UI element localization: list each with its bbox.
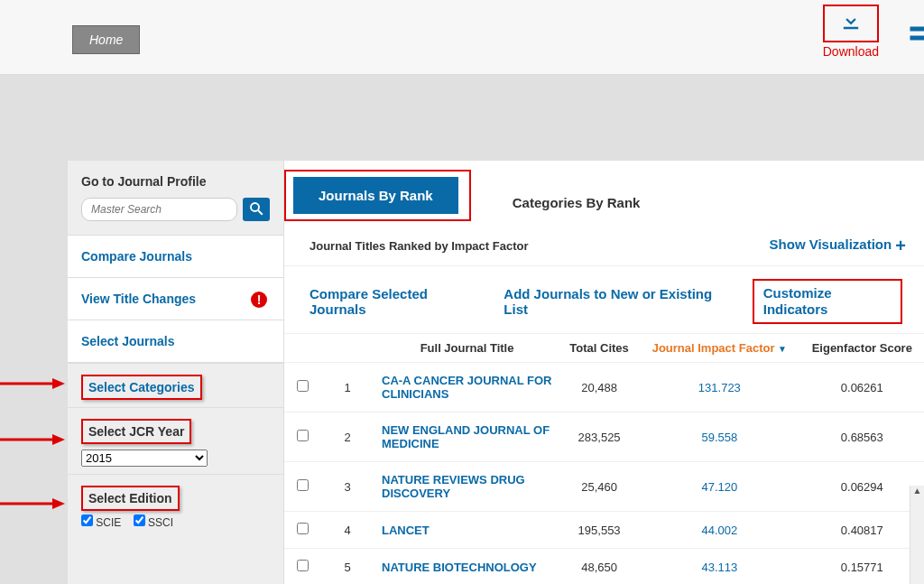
svg-marker-7: [52, 498, 65, 509]
row-cites: 20,488: [559, 363, 639, 413]
jcr-year-select[interactable]: 2015: [81, 450, 208, 467]
view-title-changes-link: View Title Changes: [81, 292, 270, 306]
content-wrap: Go to Journal Profile Compare Journals V…: [68, 161, 924, 584]
main-panel: Journals By Rank Categories By Rank Jour…: [284, 161, 924, 584]
row-checkbox[interactable]: [297, 560, 309, 571]
sidebar-item-select-categories[interactable]: Select Categories: [68, 363, 283, 407]
row-cites: 48,650: [559, 549, 639, 585]
row-rank: 3: [320, 462, 374, 512]
add-to-list-link[interactable]: Add Journals to New or Existing List: [504, 286, 725, 317]
sidebar: Go to Journal Profile Compare Journals V…: [68, 161, 284, 584]
table-row: 3NATURE REVIEWS DRUG DISCOVERY25,46047.1…: [284, 462, 924, 512]
compare-selected-link[interactable]: Compare Selected Journals: [310, 286, 476, 317]
row-rank: 4: [320, 512, 374, 549]
row-eigen: 0.06261: [800, 363, 924, 413]
table-row: 4LANCET195,55344.0020.40817: [284, 512, 924, 549]
arrow-callout-icon: [0, 431, 65, 451]
select-categories-highlight: Select Categories: [81, 375, 202, 400]
edition-checkboxes: SCIE SSCI: [81, 514, 270, 529]
row-checkbox[interactable]: [297, 380, 309, 392]
row-jif[interactable]: 44.002: [639, 512, 800, 549]
col-cites[interactable]: Total Cites: [559, 334, 639, 363]
alert-icon: !: [251, 292, 267, 308]
row-jif[interactable]: 59.558: [639, 413, 800, 462]
col-select: [284, 334, 320, 363]
row-title[interactable]: CA-A CANCER JOURNAL FOR CLINICIANS: [374, 363, 559, 413]
sidebar-item-select-journals[interactable]: Select Journals: [68, 320, 283, 363]
download-label: Download: [823, 44, 879, 59]
scie-checkbox[interactable]: [81, 514, 93, 526]
col-eigen[interactable]: Eigenfactor Score: [800, 334, 924, 363]
scroll-up-icon: ▲: [910, 486, 924, 496]
sort-desc-icon: ▼: [778, 344, 787, 354]
search-button[interactable]: [243, 198, 270, 221]
row-rank: 1: [320, 363, 374, 413]
search-icon: [248, 200, 264, 219]
arrow-callout-icon: [0, 375, 65, 395]
row-checkbox[interactable]: [297, 523, 309, 534]
sidebar-item-compare[interactable]: Compare Journals: [68, 236, 283, 278]
row-title[interactable]: NATURE REVIEWS DRUG DISCOVERY: [374, 462, 559, 512]
svg-marker-5: [52, 434, 65, 445]
subheader: Journal Titles Ranked by Impact Factor S…: [284, 221, 924, 266]
col-jif[interactable]: Journal Impact Factor ▼: [639, 334, 800, 363]
sidebar-item-select-year: Select JCR Year 2015: [68, 407, 283, 474]
ranking-subtitle: Journal Titles Ranked by Impact Factor: [310, 239, 529, 253]
sidebar-item-title-changes[interactable]: View Title Changes !: [68, 278, 283, 320]
row-cites: 25,460: [559, 462, 639, 512]
search-row: [81, 198, 270, 221]
select-year-label: Select JCR Year: [88, 424, 184, 439]
show-visualization-link[interactable]: Show Visualization +: [770, 236, 906, 256]
row-eigen: 0.68563: [800, 413, 924, 462]
header-bar: Home Download: [0, 0, 924, 75]
select-edition-label: Select Edition: [88, 491, 172, 505]
go-to-profile-block: Go to Journal Profile: [68, 161, 283, 236]
select-journals-link: Select Journals: [81, 334, 270, 348]
row-eigen: 0.06294: [800, 462, 924, 512]
journals-tab-highlight: Journals By Rank: [284, 170, 471, 221]
journal-table: Full Journal Title Total Cites Journal I…: [284, 334, 924, 584]
download-icon[interactable]: [838, 22, 864, 37]
table-row: 1CA-A CANCER JOURNAL FOR CLINICIANS20,48…: [284, 363, 924, 413]
select-year-highlight: Select JCR Year: [81, 419, 191, 444]
row-title[interactable]: LANCET: [374, 512, 559, 549]
svg-marker-3: [52, 378, 65, 389]
customize-indicators-link[interactable]: Customize Indicators: [763, 285, 832, 317]
table-row: 5NATURE BIOTECHNOLOGY48,65043.1130.15771: [284, 549, 924, 585]
col-title[interactable]: Full Journal Title: [374, 334, 559, 363]
tab-categories-by-rank[interactable]: Categories By Rank: [487, 184, 666, 221]
table-header-row: Full Journal Title Total Cites Journal I…: [284, 334, 924, 363]
scrollbar[interactable]: ▲: [910, 486, 924, 584]
table-row: 2NEW ENGLAND JOURNAL OF MEDICINE283,5255…: [284, 413, 924, 462]
compare-journals-link: Compare Journals: [81, 249, 270, 264]
ssci-checkbox[interactable]: [134, 514, 145, 526]
col-rank: [320, 334, 374, 363]
row-checkbox[interactable]: [297, 479, 309, 491]
row-title[interactable]: NATURE BIOTECHNOLOGY: [374, 549, 559, 585]
row-checkbox[interactable]: [297, 430, 309, 441]
svg-line-1: [258, 210, 263, 215]
row-jif[interactable]: 47.120: [639, 462, 800, 512]
row-rank: 5: [320, 549, 374, 585]
edition-scie[interactable]: SCIE: [81, 516, 121, 529]
plus-icon: +: [895, 236, 906, 255]
home-button[interactable]: Home: [72, 25, 140, 54]
row-jif[interactable]: 43.113: [639, 549, 800, 585]
body-wrap: Go to Journal Profile Compare Journals V…: [0, 75, 924, 584]
search-input[interactable]: [81, 198, 237, 221]
tool-icon-fragment: [908, 20, 924, 53]
row-cites: 283,525: [559, 413, 639, 462]
tab-row: Journals By Rank Categories By Rank: [284, 161, 924, 221]
row-title[interactable]: NEW ENGLAND JOURNAL OF MEDICINE: [374, 413, 559, 462]
sidebar-item-select-edition: Select Edition SCIE SSCI: [68, 474, 283, 536]
edition-ssci[interactable]: SSCI: [134, 516, 173, 529]
select-categories-label: Select Categories: [88, 380, 195, 394]
customize-indicators-highlight: Customize Indicators: [753, 279, 902, 324]
action-row: Compare Selected Journals Add Journals t…: [284, 266, 924, 334]
download-area: Download: [823, 5, 879, 59]
select-edition-highlight: Select Edition: [81, 486, 180, 511]
row-jif[interactable]: 131.723: [639, 363, 800, 413]
tab-journals-by-rank[interactable]: Journals By Rank: [293, 177, 458, 214]
row-cites: 195,553: [559, 512, 639, 549]
svg-point-0: [251, 203, 259, 211]
